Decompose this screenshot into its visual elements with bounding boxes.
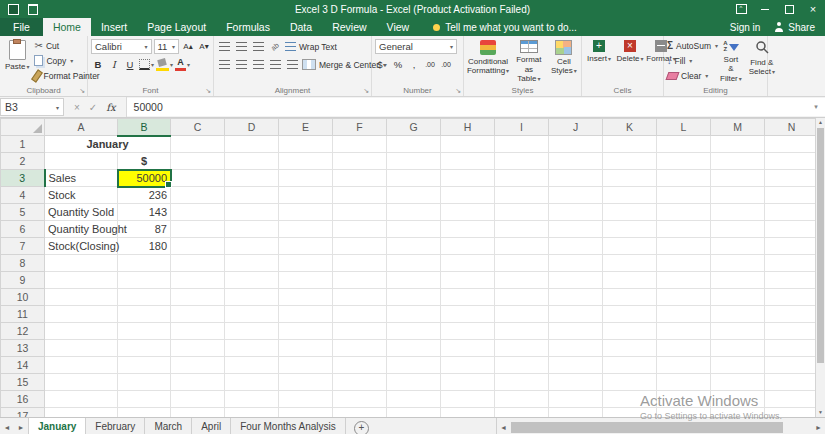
cell-G3[interactable] bbox=[387, 170, 441, 187]
cell-E6[interactable] bbox=[279, 221, 333, 238]
cell-A3[interactable]: Sales bbox=[45, 170, 118, 187]
cell-N8[interactable] bbox=[765, 255, 819, 272]
cell-N7[interactable] bbox=[765, 238, 819, 255]
cell-J10[interactable] bbox=[549, 289, 603, 306]
fill-button[interactable]: ↓Fill▾ bbox=[667, 54, 715, 67]
share-button[interactable]: Share bbox=[774, 22, 815, 33]
bold-button[interactable]: B bbox=[91, 57, 105, 72]
cell-N10[interactable] bbox=[765, 289, 819, 306]
cell-B3[interactable]: 50000 bbox=[118, 170, 171, 187]
tab-insert[interactable]: Insert bbox=[91, 18, 137, 36]
cell-E16[interactable] bbox=[279, 391, 333, 408]
cell-H14[interactable] bbox=[441, 357, 495, 374]
cell-G9[interactable] bbox=[387, 272, 441, 289]
cell-M16[interactable] bbox=[711, 391, 765, 408]
cell-E13[interactable] bbox=[279, 340, 333, 357]
column-header-F[interactable]: F bbox=[333, 119, 387, 136]
cell-E4[interactable] bbox=[279, 187, 333, 204]
cell-H5[interactable] bbox=[441, 204, 495, 221]
font-name-select[interactable]: Calibri▾ bbox=[91, 39, 152, 54]
cell-N13[interactable] bbox=[765, 340, 819, 357]
horizontal-scroll-thumb[interactable] bbox=[511, 422, 783, 433]
cell-B2[interactable]: $ bbox=[118, 153, 171, 170]
cell-G17[interactable] bbox=[387, 408, 441, 418]
cell-G4[interactable] bbox=[387, 187, 441, 204]
row-header-11[interactable]: 11 bbox=[1, 306, 45, 323]
format-as-table-button[interactable]: Format as Table▾ bbox=[512, 39, 546, 84]
percent-style-button[interactable]: % bbox=[391, 57, 405, 72]
cell-D2[interactable] bbox=[225, 153, 279, 170]
new-sheet-button[interactable]: + bbox=[354, 421, 369, 434]
cell-L9[interactable] bbox=[657, 272, 711, 289]
cell-M15[interactable] bbox=[711, 374, 765, 391]
row-header-12[interactable]: 12 bbox=[1, 323, 45, 340]
sheet-tab-february[interactable]: February bbox=[86, 418, 145, 434]
cell-J1[interactable] bbox=[549, 136, 603, 153]
cell-H7[interactable] bbox=[441, 238, 495, 255]
cell-N9[interactable] bbox=[765, 272, 819, 289]
cell-I1[interactable] bbox=[495, 136, 549, 153]
vertical-scroll-thumb[interactable] bbox=[817, 128, 824, 363]
cell-A5[interactable]: Quantity Sold bbox=[45, 204, 118, 221]
cell-J8[interactable] bbox=[549, 255, 603, 272]
ribbon-display-options-icon[interactable]: ^ bbox=[729, 0, 753, 18]
cell-L4[interactable] bbox=[657, 187, 711, 204]
italic-button[interactable]: I bbox=[107, 57, 121, 72]
row-header-13[interactable]: 13 bbox=[1, 340, 45, 357]
cell-M14[interactable] bbox=[711, 357, 765, 374]
cell-D6[interactable] bbox=[225, 221, 279, 238]
conditional-formatting-button[interactable]: Conditional Formatting▾ bbox=[467, 39, 509, 84]
row-header-16[interactable]: 16 bbox=[1, 391, 45, 408]
cell-B11[interactable] bbox=[118, 306, 171, 323]
cell-B14[interactable] bbox=[118, 357, 171, 374]
cell-A10[interactable] bbox=[45, 289, 118, 306]
cell-J7[interactable] bbox=[549, 238, 603, 255]
cell-C16[interactable] bbox=[171, 391, 225, 408]
cell-C4[interactable] bbox=[171, 187, 225, 204]
tab-file[interactable]: File bbox=[0, 18, 43, 36]
cell-I3[interactable] bbox=[495, 170, 549, 187]
cell-J15[interactable] bbox=[549, 374, 603, 391]
cell-K9[interactable] bbox=[603, 272, 657, 289]
cell-M1[interactable] bbox=[711, 136, 765, 153]
cell-M12[interactable] bbox=[711, 323, 765, 340]
cell-A7[interactable]: Stock(Closing) bbox=[45, 238, 118, 255]
cell-B8[interactable] bbox=[118, 255, 171, 272]
delete-cells-button[interactable]: × Delete▾ bbox=[616, 39, 644, 84]
cell-E2[interactable] bbox=[279, 153, 333, 170]
cell-D14[interactable] bbox=[225, 357, 279, 374]
cell-J16[interactable] bbox=[549, 391, 603, 408]
cell-H4[interactable] bbox=[441, 187, 495, 204]
close-button[interactable]: × bbox=[801, 0, 825, 18]
cell-H2[interactable] bbox=[441, 153, 495, 170]
column-header-G[interactable]: G bbox=[387, 119, 441, 136]
cell-D16[interactable] bbox=[225, 391, 279, 408]
cell-H8[interactable] bbox=[441, 255, 495, 272]
cell-C13[interactable] bbox=[171, 340, 225, 357]
cell-M13[interactable] bbox=[711, 340, 765, 357]
cell-C3[interactable] bbox=[171, 170, 225, 187]
cell-A14[interactable] bbox=[45, 357, 118, 374]
column-header-C[interactable]: C bbox=[171, 119, 225, 136]
cell-A15[interactable] bbox=[45, 374, 118, 391]
cell-F3[interactable] bbox=[333, 170, 387, 187]
formula-bar-expand-icon[interactable]: ▾ bbox=[807, 98, 825, 116]
cancel-icon[interactable]: × bbox=[74, 102, 80, 113]
cell-N17[interactable] bbox=[765, 408, 819, 418]
cell-E9[interactable] bbox=[279, 272, 333, 289]
cell-F8[interactable] bbox=[333, 255, 387, 272]
cell-K4[interactable] bbox=[603, 187, 657, 204]
middle-align-button[interactable] bbox=[234, 39, 248, 54]
tab-view[interactable]: View bbox=[377, 18, 420, 36]
column-header-J[interactable]: J bbox=[549, 119, 603, 136]
cell-L10[interactable] bbox=[657, 289, 711, 306]
cell-M11[interactable] bbox=[711, 306, 765, 323]
cell-N12[interactable] bbox=[765, 323, 819, 340]
cell-L11[interactable] bbox=[657, 306, 711, 323]
cell-C8[interactable] bbox=[171, 255, 225, 272]
cell-E7[interactable] bbox=[279, 238, 333, 255]
comma-style-button[interactable]: , bbox=[407, 57, 421, 72]
cell-B13[interactable] bbox=[118, 340, 171, 357]
cell-E10[interactable] bbox=[279, 289, 333, 306]
cell-G7[interactable] bbox=[387, 238, 441, 255]
